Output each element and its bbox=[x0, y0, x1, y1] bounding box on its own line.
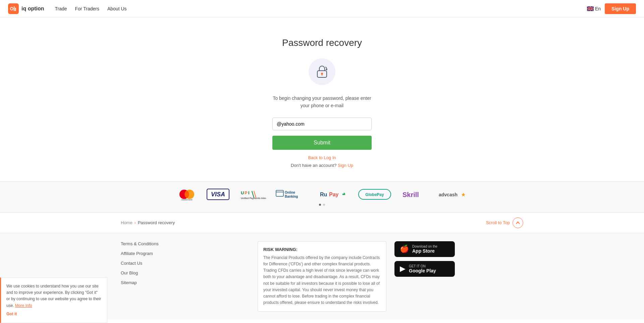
dot-2 bbox=[323, 204, 325, 206]
signup-button[interactable]: Sign Up bbox=[605, 3, 636, 14]
back-to-login-link[interactable]: Back to Log In bbox=[308, 155, 336, 160]
breadcrumb-home[interactable]: Home bbox=[121, 220, 132, 225]
svg-line-18 bbox=[254, 191, 256, 198]
svg-rect-3 bbox=[15, 8, 16, 11]
svg-text:VISA: VISA bbox=[211, 191, 225, 198]
app-store-small-label: Download on the bbox=[412, 245, 437, 248]
main-content: Password recovery To begin changing your… bbox=[0, 17, 644, 181]
risk-warning-title: RISK WARNING: bbox=[263, 247, 381, 252]
footer-link-blog[interactable]: Our Blog bbox=[121, 270, 250, 275]
cookie-text: We use cookies to understand how you use… bbox=[6, 283, 102, 309]
google-play-large-label: Google Play bbox=[409, 268, 436, 273]
scroll-top-label: Scroll to Top bbox=[486, 220, 510, 225]
no-account-text: Don't have an account? Sign Up bbox=[291, 163, 353, 168]
cookie-more-info-link[interactable]: More Info bbox=[15, 303, 32, 308]
chevron-up-icon bbox=[516, 220, 520, 225]
svg-marker-8 bbox=[325, 69, 327, 70]
lock-icon bbox=[315, 64, 329, 79]
apple-icon: 🍎 bbox=[400, 245, 409, 253]
submit-button[interactable]: Submit bbox=[272, 136, 372, 150]
footer-link-terms[interactable]: Terms & Conditions bbox=[121, 241, 250, 246]
visa-logo: VISA bbox=[206, 188, 230, 200]
svg-text:I: I bbox=[248, 190, 250, 195]
app-store-button[interactable]: 🍎 Download on the App Store bbox=[394, 241, 455, 257]
instruction-text: To begin changing your password, please … bbox=[273, 94, 371, 110]
advcash-logo: advcash ★ bbox=[437, 188, 467, 200]
nav-for-traders[interactable]: For Traders bbox=[75, 6, 99, 11]
email-input-wrapper bbox=[272, 118, 372, 130]
risk-warning-box: RISK WARNING: The Financial Products off… bbox=[258, 241, 386, 312]
footer-link-affiliate[interactable]: Affiliate Program bbox=[121, 251, 250, 256]
carousel-dots bbox=[319, 204, 325, 206]
svg-text:GlobePay: GlobePay bbox=[365, 192, 384, 197]
lang-label: En bbox=[595, 6, 601, 11]
dot-1 bbox=[319, 204, 321, 206]
mastercard-logo: mastercard bbox=[177, 188, 197, 200]
svg-text:Pay: Pay bbox=[329, 192, 339, 197]
svg-text:Skrill: Skrill bbox=[402, 191, 419, 198]
upi-logo: U P I Unified Payments Interface bbox=[239, 188, 266, 200]
signup-link[interactable]: Sign Up bbox=[338, 163, 353, 168]
online-banking-logo: Online Banking bbox=[275, 188, 309, 200]
payment-section: mastercard VISA U P I Unified Payments I… bbox=[0, 181, 644, 213]
header-right: En Sign Up bbox=[587, 3, 636, 14]
svg-text:Online: Online bbox=[285, 191, 296, 194]
logo-text: iq option bbox=[21, 6, 44, 12]
svg-rect-2 bbox=[14, 6, 15, 11]
globepay-logo: GlobePay bbox=[358, 188, 391, 200]
footer-link-contact[interactable]: Contact Us bbox=[121, 261, 250, 266]
svg-text:★: ★ bbox=[461, 192, 466, 197]
logo-icon bbox=[8, 3, 19, 14]
breadcrumb: Home › Password recovery bbox=[121, 220, 175, 225]
logo[interactable]: iq option bbox=[8, 3, 44, 14]
nav-trade[interactable]: Trade bbox=[55, 6, 67, 11]
app-store-buttons: 🍎 Download on the App Store ▶ GET IT ON … bbox=[394, 241, 523, 312]
svg-point-6 bbox=[321, 73, 323, 75]
breadcrumb-current: Password recovery bbox=[138, 220, 175, 225]
svg-rect-20 bbox=[276, 190, 283, 196]
footer-link-sitemap[interactable]: Sitemap bbox=[121, 280, 250, 285]
payment-logos: mastercard VISA U P I Unified Payments I… bbox=[177, 188, 467, 200]
header: iq option Trade For Traders About Us En … bbox=[0, 0, 644, 17]
google-play-button[interactable]: ▶ GET IT ON Google Play bbox=[394, 261, 455, 277]
nav-about-us[interactable]: About Us bbox=[107, 6, 127, 11]
scroll-to-top[interactable]: Scroll to Top bbox=[486, 217, 523, 228]
skrill-logo: Skrill bbox=[401, 188, 428, 200]
lock-icon-container bbox=[309, 58, 335, 85]
svg-text:Banking: Banking bbox=[285, 195, 298, 198]
risk-warning-text: The Financial Products offered by the co… bbox=[263, 255, 381, 306]
svg-line-17 bbox=[252, 191, 254, 198]
cookie-banner: We use cookies to understand how you use… bbox=[0, 277, 107, 320]
svg-text:Unified Payments Interface: Unified Payments Interface bbox=[241, 197, 266, 200]
scroll-top-circle bbox=[513, 217, 523, 228]
header-left: iq option Trade For Traders About Us bbox=[8, 3, 127, 14]
rupay-logo: Ru Pay bbox=[318, 188, 348, 200]
svg-text:Ru: Ru bbox=[320, 192, 327, 197]
flag-icon bbox=[587, 6, 594, 11]
svg-text:advcash: advcash bbox=[439, 192, 458, 197]
google-play-small-label: GET IT ON bbox=[409, 264, 436, 268]
language-selector[interactable]: En bbox=[587, 6, 601, 11]
email-input[interactable] bbox=[272, 118, 372, 130]
breadcrumb-bar: Home › Password recovery Scroll to Top bbox=[0, 213, 644, 233]
app-store-text: Download on the App Store bbox=[412, 245, 437, 254]
app-store-large-label: App Store bbox=[412, 248, 437, 254]
google-play-text: GET IT ON Google Play bbox=[409, 264, 436, 273]
nav-links: Trade For Traders About Us bbox=[55, 6, 127, 11]
breadcrumb-separator: › bbox=[135, 220, 136, 225]
svg-text:U: U bbox=[241, 190, 244, 195]
google-play-icon: ▶ bbox=[400, 264, 406, 273]
page-title: Password recovery bbox=[282, 38, 362, 48]
footer-links: Terms & Conditions Affiliate Program Con… bbox=[121, 241, 250, 312]
cookie-got-it-button[interactable]: Got it bbox=[6, 311, 17, 317]
svg-text:P: P bbox=[245, 190, 248, 195]
svg-text:mastercard: mastercard bbox=[181, 199, 193, 201]
